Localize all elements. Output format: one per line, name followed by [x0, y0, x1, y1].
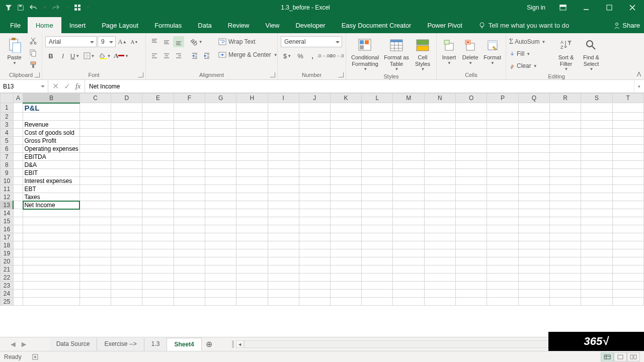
cell-K7[interactable] [330, 153, 361, 161]
cell-L6[interactable] [362, 145, 393, 153]
cell-G25[interactable] [205, 298, 236, 306]
cell-T4[interactable] [612, 129, 643, 137]
cell-J10[interactable] [299, 177, 330, 185]
cell-Q24[interactable] [518, 290, 549, 298]
cell-R23[interactable] [550, 282, 581, 290]
cell-C5[interactable] [79, 137, 111, 145]
cell-R1[interactable] [550, 103, 581, 113]
cell-N15[interactable] [424, 217, 455, 225]
cell-M15[interactable] [393, 217, 424, 225]
cell-S23[interactable] [581, 282, 612, 290]
cell-Q7[interactable] [518, 153, 549, 161]
cell-R7[interactable] [550, 153, 581, 161]
cell-K23[interactable] [330, 282, 361, 290]
cell-G15[interactable] [205, 217, 236, 225]
cell-N11[interactable] [424, 185, 455, 193]
cell-A21[interactable] [13, 265, 23, 274]
cell-R24[interactable] [550, 290, 581, 298]
cell-Q21[interactable] [518, 265, 549, 274]
cell-P22[interactable] [487, 274, 518, 282]
cell-P2[interactable] [487, 113, 518, 121]
cell-H23[interactable] [236, 282, 268, 290]
sheet-nav-next[interactable]: ► [20, 340, 28, 349]
cell-Q15[interactable] [518, 217, 549, 225]
share-button[interactable]: Share [613, 22, 640, 33]
col-header-B[interactable]: B [23, 94, 79, 103]
col-header-E[interactable]: E [142, 94, 174, 103]
cell-P12[interactable] [487, 193, 518, 201]
cell-M2[interactable] [393, 113, 424, 121]
cell-I3[interactable] [268, 121, 299, 129]
cell-C11[interactable] [79, 185, 111, 193]
cell-D6[interactable] [111, 145, 142, 153]
cell-F9[interactable] [174, 169, 205, 177]
cell-M19[interactable] [393, 249, 424, 257]
cell-R17[interactable] [550, 233, 581, 241]
cell-Q18[interactable] [518, 241, 549, 249]
cell-E12[interactable] [142, 193, 174, 201]
cell-K18[interactable] [330, 241, 361, 249]
align-bottom-button[interactable] [173, 36, 184, 47]
new-sheet-button[interactable]: ⊕ [202, 339, 217, 349]
cell-G3[interactable] [205, 121, 236, 129]
cell-P15[interactable] [487, 217, 518, 225]
cell-H20[interactable] [236, 257, 268, 265]
macro-record-icon[interactable] [32, 353, 39, 360]
cell-D14[interactable] [111, 209, 142, 217]
cell-L21[interactable] [362, 265, 393, 274]
name-box[interactable]: B13 [0, 80, 48, 93]
cell-D5[interactable] [111, 137, 142, 145]
cell-J15[interactable] [299, 217, 330, 225]
row-header-13[interactable]: 13 [1, 201, 14, 209]
cell-B4[interactable]: Cost of goods sold [23, 129, 79, 137]
cell-G4[interactable] [205, 129, 236, 137]
cell-F10[interactable] [174, 177, 205, 185]
cell-H4[interactable] [236, 129, 268, 137]
cell-F22[interactable] [174, 274, 205, 282]
cell-N20[interactable] [424, 257, 455, 265]
cell-A14[interactable] [13, 209, 23, 217]
row-header-12[interactable]: 12 [1, 193, 14, 201]
cell-B7[interactable]: EBITDA [23, 153, 79, 161]
cell-styles-button[interactable]: Cell Styles▼ [412, 35, 433, 73]
cell-C21[interactable] [79, 265, 111, 274]
cell-J4[interactable] [299, 129, 330, 137]
cell-T20[interactable] [612, 257, 643, 265]
cell-P20[interactable] [487, 257, 518, 265]
cell-D23[interactable] [111, 282, 142, 290]
col-header-N[interactable]: N [424, 94, 455, 103]
row-header-25[interactable]: 25 [1, 298, 14, 306]
cell-F6[interactable] [174, 145, 205, 153]
cell-P4[interactable] [487, 129, 518, 137]
cell-F24[interactable] [174, 290, 205, 298]
cell-G18[interactable] [205, 241, 236, 249]
normal-view-button[interactable] [601, 352, 614, 361]
cell-N22[interactable] [424, 274, 455, 282]
cell-T6[interactable] [612, 145, 643, 153]
cell-P19[interactable] [487, 249, 518, 257]
cell-D15[interactable] [111, 217, 142, 225]
cell-D9[interactable] [111, 169, 142, 177]
tab-power-pivot[interactable]: Power Pivot [419, 17, 470, 33]
cell-C6[interactable] [79, 145, 111, 153]
cell-O20[interactable] [456, 257, 487, 265]
cell-A6[interactable] [13, 145, 23, 153]
cell-A10[interactable] [13, 177, 23, 185]
cell-A13[interactable] [13, 201, 23, 209]
cell-I20[interactable] [268, 257, 299, 265]
cell-Q8[interactable] [518, 161, 549, 169]
select-all-button[interactable] [1, 94, 14, 103]
cell-P18[interactable] [487, 241, 518, 249]
clipboard-launcher[interactable] [35, 72, 40, 77]
signin-button[interactable]: Sign in [521, 4, 551, 11]
alignment-launcher[interactable] [270, 72, 275, 77]
cell-H10[interactable] [236, 177, 268, 185]
cell-C19[interactable] [79, 249, 111, 257]
cell-L3[interactable] [362, 121, 393, 129]
cell-L13[interactable] [362, 201, 393, 209]
cell-S22[interactable] [581, 274, 612, 282]
cell-A17[interactable] [13, 233, 23, 241]
cell-H14[interactable] [236, 209, 268, 217]
cell-I6[interactable] [268, 145, 299, 153]
cell-E3[interactable] [142, 121, 174, 129]
